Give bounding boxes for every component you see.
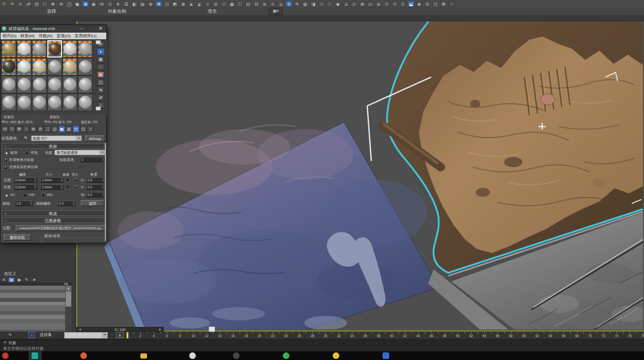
toolbar-icon[interactable]: ◳ bbox=[34, 1, 40, 7]
width-tile-checkbox[interactable] bbox=[74, 178, 78, 182]
toolbar-icon[interactable]: ◇ bbox=[107, 1, 113, 7]
toolbar-icon[interactable]: ◈ bbox=[416, 1, 422, 7]
toolbar-icon[interactable]: ▣ bbox=[74, 1, 80, 7]
toolbar-icon[interactable]: ⟐ bbox=[286, 1, 292, 7]
make-preview-icon[interactable]: ◫ bbox=[97, 79, 104, 86]
viewport-canvas[interactable] bbox=[77, 21, 643, 329]
viewport[interactable] bbox=[76, 21, 644, 331]
material-sample-slot[interactable] bbox=[32, 76, 47, 93]
toolbar-icon[interactable]: ⬚ bbox=[42, 1, 48, 7]
eyedropper-icon[interactable]: ✎ bbox=[24, 135, 28, 141]
material-sample-slot[interactable] bbox=[63, 40, 77, 58]
map-channel-spinner[interactable]: 1 bbox=[80, 157, 105, 162]
make-material-copy-icon[interactable]: ⧉ bbox=[30, 126, 37, 132]
go-to-parent-icon[interactable]: ◰ bbox=[73, 126, 79, 132]
show-map-on-back-checkbox[interactable] bbox=[4, 158, 8, 162]
material-sample-slot[interactable] bbox=[17, 76, 32, 93]
toolbar-icon[interactable]: ◬ bbox=[278, 1, 284, 7]
toolbar-icon[interactable]: ⌑ bbox=[392, 1, 398, 7]
material-sample-slot[interactable] bbox=[32, 40, 47, 58]
menu-item[interactable]: 材质(M) bbox=[20, 33, 35, 39]
width-mirror-checkbox[interactable] bbox=[66, 178, 70, 182]
scrollbar-thumb[interactable] bbox=[66, 291, 71, 307]
material-sample-slot[interactable] bbox=[17, 94, 32, 111]
toolbar-icon[interactable]: ○ bbox=[318, 1, 325, 7]
toolbar-icon[interactable]: ⊡ bbox=[253, 1, 259, 7]
taskbar-app-3[interactable] bbox=[80, 352, 87, 359]
list-row[interactable] bbox=[0, 293, 65, 298]
toolbar-icon[interactable]: ▱ bbox=[351, 1, 357, 7]
material-sample-slot[interactable] bbox=[17, 40, 32, 58]
v-angle-spinner[interactable]: 0.0 bbox=[86, 184, 105, 190]
material-sample-slot[interactable] bbox=[63, 58, 77, 75]
toolbar-icon[interactable]: ◱ bbox=[245, 1, 251, 7]
list-row[interactable] bbox=[0, 286, 65, 290]
menu-item[interactable]: 模式(D) bbox=[3, 33, 16, 39]
material-sample-slot[interactable] bbox=[47, 94, 62, 111]
toolbar-icon[interactable]: ◯ bbox=[66, 1, 72, 7]
close-icon[interactable]: ✕ bbox=[99, 26, 103, 31]
get-material-icon[interactable]: ⛁ bbox=[2, 126, 8, 132]
taskbar-app-2[interactable] bbox=[32, 352, 38, 359]
material-sample-slot[interactable] bbox=[2, 94, 16, 111]
background-icon[interactable]: ▦ bbox=[97, 56, 104, 63]
wu-radio[interactable] bbox=[41, 193, 45, 198]
toolbar-icon[interactable]: ▲ bbox=[188, 1, 194, 7]
toolbar-icon[interactable]: ◉ bbox=[91, 1, 97, 7]
toolbar-icon[interactable]: ⌗ bbox=[270, 1, 276, 7]
toolbar-icon[interactable]: ☰ bbox=[123, 1, 129, 7]
toolbar-icon[interactable]: ▥ bbox=[302, 1, 308, 7]
material-editor-window[interactable]: 材质编辑器 - Material #26 — ✕ 模式(D)材质(M)导航(N)… bbox=[0, 24, 107, 243]
toolbar-icon[interactable]: ⊙ bbox=[424, 1, 430, 7]
toolbar-icon[interactable]: ▯ bbox=[400, 1, 406, 7]
list-row[interactable] bbox=[0, 311, 65, 315]
menu-item[interactable]: 导航(N) bbox=[39, 33, 52, 39]
selection-set-dropdown[interactable] bbox=[64, 332, 108, 339]
toolbar-icon[interactable]: ◨ bbox=[310, 1, 316, 7]
bitmap-parameters-rollout-header[interactable]: −位图参数 bbox=[2, 217, 104, 223]
toolbar-icon[interactable]: ◭ bbox=[196, 1, 202, 7]
toolbar-icon[interactable]: ⌂ bbox=[204, 1, 211, 7]
toolbar-icon[interactable]: ☍ bbox=[25, 1, 32, 7]
backlight-icon[interactable]: ◗ bbox=[97, 48, 104, 55]
slot-scroll-up[interactable] bbox=[96, 40, 101, 44]
toolbar-icon[interactable]: ◩ bbox=[172, 1, 178, 7]
taskbar-app-5[interactable] bbox=[189, 352, 196, 359]
trackbar-handle[interactable] bbox=[209, 326, 215, 332]
toolbar-icon[interactable]: ⊿ bbox=[343, 1, 349, 7]
ribbon-tab-2[interactable]: 对象绘制 bbox=[108, 8, 126, 15]
toolbar-icon[interactable]: ⌘ bbox=[441, 1, 447, 7]
toolbar-icon[interactable]: ▢ bbox=[432, 1, 438, 7]
bitmap-path-button[interactable]: ...esktop\2022年4月份雕刻拓片\通过图片\_20220414152… bbox=[16, 225, 105, 231]
noise-rollout-header[interactable]: +噪波 bbox=[2, 210, 104, 216]
material-sample-slot[interactable] bbox=[78, 40, 93, 58]
material-sample-slot[interactable] bbox=[17, 58, 32, 75]
trackbar-mode-icon[interactable]: ≣ bbox=[116, 332, 124, 338]
make-unique-icon[interactable]: ⟳ bbox=[37, 126, 44, 132]
material-sample-slot[interactable] bbox=[2, 40, 16, 58]
ribbon-camera-dropdown[interactable]: ▣▾ bbox=[269, 8, 283, 15]
show-map-in-viewport-icon[interactable]: ▦ bbox=[58, 126, 65, 132]
material-sample-slot[interactable] bbox=[32, 94, 47, 111]
material-sample-slot[interactable] bbox=[78, 94, 93, 111]
pick-material-icon[interactable]: ◔ bbox=[87, 126, 94, 132]
toolbar-icon[interactable]: ⛶ bbox=[237, 1, 243, 7]
toolbar-icon[interactable]: ✎ bbox=[294, 1, 300, 7]
taskbar-app-4[interactable] bbox=[140, 353, 147, 358]
uv-radio[interactable] bbox=[5, 193, 9, 198]
rotate-button[interactable]: 旋转 bbox=[81, 200, 104, 206]
toolbar-icon[interactable]: ⧈ bbox=[375, 1, 382, 7]
toolbar-icon[interactable]: ↶ bbox=[1, 1, 7, 7]
w-angle-spinner[interactable]: 0.0 bbox=[86, 192, 105, 198]
toolbar-icon[interactable]: ≋ bbox=[261, 1, 268, 7]
ribbon-tab-1[interactable]: 选择 bbox=[47, 8, 56, 15]
material-editor-scrollbar[interactable] bbox=[105, 143, 106, 241]
material-sample-slot[interactable] bbox=[47, 76, 62, 93]
material-sample-slot[interactable] bbox=[32, 58, 47, 75]
toolbar-icon[interactable]: ▤ bbox=[139, 1, 145, 7]
toolbar-icon[interactable]: ⬓ bbox=[408, 1, 414, 7]
assign-material-to-selection-icon[interactable]: ⛃ bbox=[16, 126, 22, 132]
windows-taskbar[interactable] bbox=[0, 351, 644, 360]
video-color-check-icon[interactable]: ▩ bbox=[97, 71, 104, 78]
toolbar-icon[interactable]: ▦ bbox=[229, 1, 235, 7]
